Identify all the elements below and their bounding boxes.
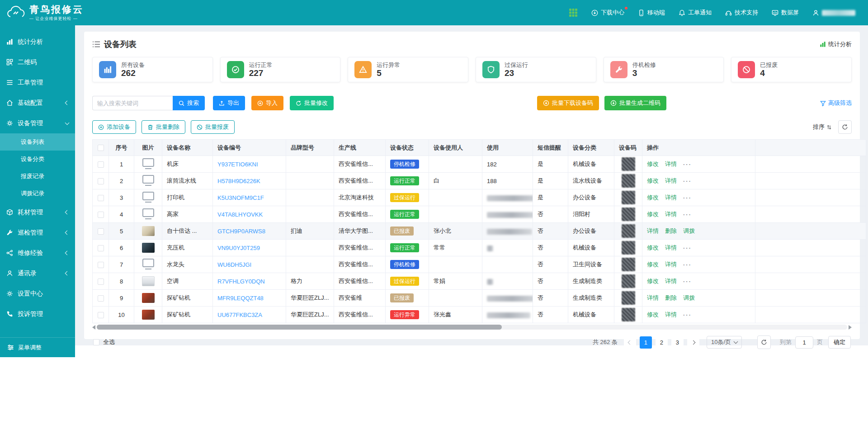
row-checkbox[interactable] [98, 178, 104, 184]
sidebar-item-devices[interactable]: 设备管理 [0, 113, 75, 133]
batch-generate-qr-button[interactable]: 批量生成二维码 [604, 96, 666, 110]
footer-refresh-button[interactable] [757, 335, 771, 349]
row-checkbox[interactable] [98, 295, 104, 302]
row-action-link[interactable]: 修改 [647, 244, 659, 252]
row-action-link[interactable]: 删除 [665, 227, 677, 235]
more-actions-button[interactable]: ··· [683, 161, 692, 168]
device-code-link[interactable]: UU677FKBC3ZA [217, 312, 262, 318]
device-qr-thumbnail[interactable] [622, 174, 635, 188]
device-qr-thumbnail[interactable] [622, 274, 635, 288]
batch-delete-button[interactable]: 批量删除 [142, 120, 185, 134]
refresh-button[interactable] [838, 120, 852, 134]
row-action-link[interactable]: 详情 [665, 311, 677, 319]
more-actions-button[interactable]: ··· [683, 194, 692, 201]
header-checkbox[interactable] [98, 145, 104, 151]
row-action-link[interactable]: 删除 [665, 294, 677, 302]
device-qr-thumbnail[interactable] [622, 157, 635, 171]
row-action-link[interactable]: 修改 [647, 277, 659, 285]
page-button-3[interactable]: 3 [671, 336, 684, 349]
nav-data-screen[interactable]: 数据屏 [772, 9, 799, 17]
prev-page-button[interactable] [624, 336, 636, 349]
user-account[interactable] [812, 9, 855, 16]
row-action-link[interactable]: 修改 [647, 177, 659, 185]
sidebar-item-repair-experience[interactable]: 维修经验 [0, 243, 75, 263]
device-code-link[interactable]: R7VFHLGY0DQN [217, 278, 265, 285]
sidebar-item-consumables[interactable]: 耗材管理 [0, 202, 75, 222]
row-action-link[interactable]: 详情 [665, 194, 677, 202]
sidebar-item-complaints[interactable]: 投诉管理 [0, 304, 75, 324]
sidebar-item-inspection[interactable]: 巡检管理 [0, 222, 75, 243]
batch-scrap-button[interactable]: 批量报废 [191, 120, 235, 134]
nav-download-center[interactable]: 下载中心 [591, 9, 624, 17]
more-actions-button[interactable]: ··· [683, 178, 692, 184]
row-action-link[interactable]: 修改 [647, 160, 659, 168]
search-input[interactable] [92, 96, 173, 110]
scroll-right-arrow[interactable] [849, 325, 852, 330]
advanced-filter-link[interactable]: 高级筛选 [820, 99, 852, 107]
stats-analysis-link[interactable]: 统计分析 [820, 40, 852, 48]
row-action-link[interactable]: 详情 [647, 294, 659, 302]
sidebar-item-transfer-records[interactable]: 调拨记录 [0, 185, 75, 202]
row-action-link[interactable]: 修改 [647, 311, 659, 319]
row-action-link[interactable]: 修改 [647, 260, 659, 269]
device-qr-thumbnail[interactable] [622, 208, 635, 221]
search-button[interactable]: 搜索 [173, 96, 205, 110]
device-code-link[interactable]: K5U3NOFM9C1F [217, 194, 264, 201]
sidebar-item-device-list[interactable]: 设备列表 [0, 133, 75, 151]
row-action-link[interactable]: 调拨 [683, 294, 695, 302]
export-button[interactable]: 导出 [213, 96, 245, 110]
scroll-left-arrow[interactable] [92, 325, 95, 330]
row-checkbox[interactable] [98, 279, 104, 285]
page-size-select[interactable]: 10条/页 [707, 336, 742, 349]
device-code-link[interactable]: H578H9D6226K [217, 178, 260, 184]
row-action-link[interactable]: 调拨 [683, 227, 695, 235]
nav-order-notify[interactable]: 工单通知 [679, 9, 712, 17]
row-checkbox[interactable] [98, 195, 104, 201]
more-actions-button[interactable]: ··· [683, 211, 692, 218]
row-action-link[interactable]: 详情 [665, 277, 677, 285]
device-code-link[interactable]: V4TA8LHYOVKK [217, 211, 263, 218]
row-action-link[interactable]: 详情 [665, 244, 677, 252]
sidebar-item-scrap-records[interactable]: 报废记录 [0, 168, 75, 185]
batch-download-codes-button[interactable]: 批量下载设备码 [537, 96, 599, 110]
select-all-checkbox[interactable] [93, 339, 99, 345]
row-action-link[interactable]: 修改 [647, 210, 659, 218]
import-button[interactable]: 导入 [251, 96, 283, 110]
batch-edit-button[interactable]: 批量修改 [290, 96, 334, 110]
more-actions-button[interactable]: ··· [683, 312, 692, 318]
sidebar-item-stats[interactable]: 统计分析 [0, 32, 75, 52]
device-qr-thumbnail[interactable] [622, 191, 635, 204]
sidebar-item-workorders[interactable]: 工单管理 [0, 72, 75, 93]
row-action-link[interactable]: 详情 [665, 210, 677, 218]
nav-mobile[interactable]: 移动端 [638, 9, 665, 17]
apps-grid-icon[interactable] [569, 8, 578, 17]
device-qr-thumbnail[interactable] [622, 258, 635, 271]
row-action-link[interactable]: 详情 [665, 160, 677, 168]
sidebar-item-settings[interactable]: 设置中心 [0, 283, 75, 304]
device-code-link[interactable]: MFR9LEQQZT48 [217, 295, 264, 302]
device-qr-thumbnail[interactable] [622, 291, 635, 305]
scrollbar-track[interactable] [97, 325, 847, 330]
goto-page-input[interactable] [795, 336, 813, 349]
confirm-button[interactable]: 确定 [828, 336, 851, 349]
scrollbar-thumb[interactable] [97, 325, 502, 330]
page-button-2[interactable]: 2 [656, 336, 668, 349]
row-action-link[interactable]: 详情 [665, 260, 677, 269]
device-qr-thumbnail[interactable] [622, 224, 635, 238]
nav-tech-support[interactable]: 技术支持 [725, 9, 758, 17]
more-actions-button[interactable]: ··· [683, 278, 692, 285]
device-code-link[interactable]: VN9U0YJ0T259 [217, 245, 260, 251]
sidebar-item-device-category[interactable]: 设备分类 [0, 151, 75, 168]
sidebar-item-base-config[interactable]: 基础配置 [0, 93, 75, 113]
next-page-button[interactable] [687, 336, 699, 349]
device-code-link[interactable]: GTCH9P0ARWS8 [217, 228, 265, 235]
row-checkbox[interactable] [98, 245, 104, 251]
row-checkbox[interactable] [98, 312, 104, 318]
row-checkbox[interactable] [98, 228, 104, 235]
sidebar-item-qrcode[interactable]: 二维码 [0, 52, 75, 72]
device-code-link[interactable]: Y937ETIO6KNI [217, 161, 258, 168]
more-actions-button[interactable]: ··· [683, 261, 692, 268]
device-qr-thumbnail[interactable] [622, 308, 635, 321]
row-action-link[interactable]: 修改 [647, 194, 659, 202]
page-button-1[interactable]: 1 [640, 336, 652, 349]
